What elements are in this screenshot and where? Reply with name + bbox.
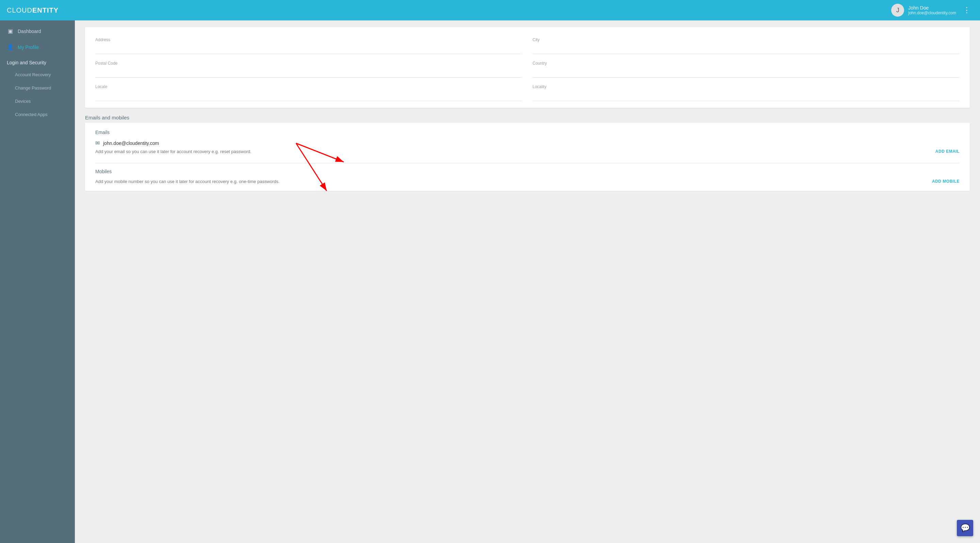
locale-field: Locale (95, 78, 522, 101)
add-mobile-button[interactable]: ADD MOBILE (932, 179, 959, 184)
country-label: Country (533, 61, 959, 66)
city-label: City (533, 37, 959, 42)
avatar: J (891, 4, 904, 17)
mobiles-subtitle: Mobiles (95, 169, 959, 174)
city-input[interactable] (533, 44, 959, 50)
address-form-card: Address City Postal Code Country (85, 27, 970, 108)
emails-mobiles-section-title-row: Emails and mobiles (85, 115, 970, 121)
email-icon: ✉ (95, 140, 100, 146)
locale-label: Locale (95, 84, 522, 89)
add-email-button[interactable]: ADD EMAIL (935, 149, 959, 154)
more-options-icon[interactable]: ⋮ (960, 5, 973, 16)
email-description: Add your email so you can use it later f… (95, 149, 251, 154)
email-desc-row: Add your email so you can use it later f… (95, 149, 959, 157)
city-field: City (533, 31, 959, 54)
user-info: John Doe john.doe@cloudentity.com (908, 5, 956, 15)
sidebar-item-dashboard[interactable]: ▣ Dashboard (0, 23, 75, 39)
mobile-desc-row: Add your mobile number so you can use it… (95, 179, 959, 184)
form-row-address-city: Address City (95, 31, 959, 54)
country-field: Country (533, 54, 959, 78)
logo-text-light: CLOUD (7, 6, 32, 14)
email-value: john.doe@cloudentity.com (103, 141, 159, 146)
sidebar-item-change-password[interactable]: Change Password (0, 81, 75, 95)
chat-icon: 💬 (961, 524, 970, 532)
form-row-postal-country: Postal Code Country (95, 54, 959, 78)
mobile-description: Add your mobile number so you can use it… (95, 179, 280, 184)
locality-field: Locality (533, 78, 959, 101)
mobiles-subsection: Mobiles Add your mobile number so you ca… (95, 169, 959, 184)
username: John Doe (908, 5, 956, 11)
sidebar-label-my-profile: My Profile (18, 44, 39, 50)
emails-mobiles-title: Emails and mobiles (85, 108, 129, 124)
app-logo: CLOUDENTITY (7, 6, 59, 14)
user-email: john.doe@cloudentity.com (908, 11, 956, 15)
sidebar-item-account-recovery[interactable]: Account Recovery (0, 68, 75, 81)
sidebar-section-login-security: Login and Security (0, 55, 75, 68)
app-header: CLOUDENTITY J John Doe john.doe@cloudent… (0, 0, 980, 21)
sidebar: ▣ Dashboard 👤 My Profile Login and Secur… (0, 21, 75, 543)
emails-subsection: Emails ✉ john.doe@cloudentity.com Add yo… (95, 130, 959, 157)
postal-code-field: Postal Code (95, 54, 522, 78)
locality-label: Locality (533, 84, 959, 89)
dashboard-icon: ▣ (7, 28, 14, 34)
country-input[interactable] (533, 68, 959, 73)
locality-input[interactable] (533, 92, 959, 97)
sidebar-item-connected-apps[interactable]: Connected Apps (0, 108, 75, 121)
emails-subtitle: Emails (95, 130, 959, 135)
emails-mobiles-card: Emails ✉ john.doe@cloudentity.com Add yo… (85, 123, 970, 191)
app-layout: ▣ Dashboard 👤 My Profile Login and Secur… (0, 21, 980, 543)
address-input[interactable] (95, 44, 522, 50)
logo-text-bold: ENTITY (32, 6, 59, 14)
sidebar-item-my-profile[interactable]: 👤 My Profile (0, 39, 75, 55)
postal-code-input[interactable] (95, 68, 522, 73)
email-row: ✉ john.doe@cloudentity.com (95, 140, 959, 146)
profile-icon: 👤 (7, 44, 14, 50)
sidebar-item-devices[interactable]: Devices (0, 95, 75, 108)
address-field: Address (95, 31, 522, 54)
postal-code-label: Postal Code (95, 61, 522, 66)
sidebar-label-dashboard: Dashboard (18, 29, 41, 34)
chat-button[interactable]: 💬 (957, 520, 973, 536)
form-row-locale-locality: Locale Locality (95, 78, 959, 101)
main-content: Address City Postal Code Country (75, 21, 980, 543)
header-user-area: J John Doe john.doe@cloudentity.com ⋮ (891, 4, 973, 17)
address-label: Address (95, 37, 522, 42)
locale-input[interactable] (95, 92, 522, 97)
